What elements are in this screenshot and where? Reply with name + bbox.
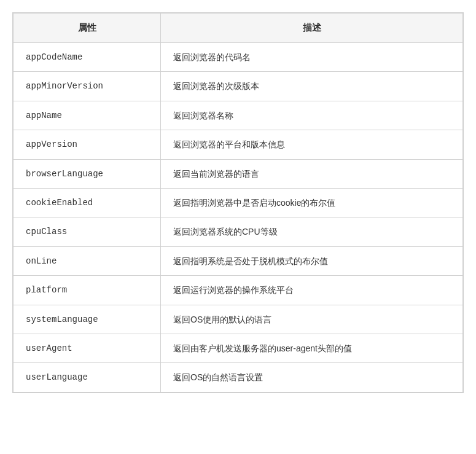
table-row: appVersion返回浏览器的平台和版本信息 [14,130,463,159]
description-cell: 返回浏览器的次级版本 [161,72,463,101]
main-table-container: 属性 描述 appCodeName返回浏览器的代码名appMinorVersio… [12,12,464,393]
description-cell: 返回运行浏览器的操作系统平台 [161,276,463,305]
description-cell: 返回OS使用的默认的语言 [161,305,463,334]
property-cell: platform [14,276,161,305]
table-row: userAgent返回由客户机发送服务器的user-agent头部的值 [14,334,463,362]
property-cell: appName [14,101,161,130]
property-cell: cookieEnabled [14,188,161,217]
description-cell: 返回当前浏览器的语言 [161,159,463,188]
property-cell: onLine [14,246,161,275]
table-row: appCodeName返回浏览器的代码名 [14,43,463,72]
property-cell: systemLanguage [14,305,161,334]
column-header-description: 描述 [161,14,463,43]
property-cell: cpuClass [14,217,161,246]
property-cell: appCodeName [14,43,161,72]
property-cell: userLanguage [14,363,161,392]
table-row: systemLanguage返回OS使用的默认的语言 [14,305,463,334]
column-header-property: 属性 [14,14,161,43]
description-cell: 返回浏览器的代码名 [161,43,463,72]
table-row: platform返回运行浏览器的操作系统平台 [14,276,463,305]
property-cell: appMinorVersion [14,72,161,101]
description-cell: 返回浏览器名称 [161,101,463,130]
table-row: appMinorVersion返回浏览器的次级版本 [14,72,463,101]
description-cell: 返回OS的自然语言设置 [161,363,463,392]
table-row: browserLanguage返回当前浏览器的语言 [14,159,463,188]
property-cell: browserLanguage [14,159,161,188]
table-row: appName返回浏览器名称 [14,101,463,130]
table-row: onLine返回指明系统是否处于脱机模式的布尔值 [14,246,463,275]
table-header-row: 属性 描述 [14,14,463,43]
properties-table: 属性 描述 appCodeName返回浏览器的代码名appMinorVersio… [13,13,463,393]
table-row: cookieEnabled返回指明浏览器中是否启动cookie的布尔值 [14,188,463,217]
property-cell: appVersion [14,130,161,159]
description-cell: 返回浏览器的平台和版本信息 [161,130,463,159]
table-row: cpuClass返回浏览器系统的CPU等级 [14,217,463,246]
description-cell: 返回指明系统是否处于脱机模式的布尔值 [161,246,463,275]
description-cell: 返回由客户机发送服务器的user-agent头部的值 [161,334,463,362]
description-cell: 返回指明浏览器中是否启动cookie的布尔值 [161,188,463,217]
property-cell: userAgent [14,334,161,362]
table-row: userLanguage返回OS的自然语言设置 [14,363,463,392]
description-cell: 返回浏览器系统的CPU等级 [161,217,463,246]
